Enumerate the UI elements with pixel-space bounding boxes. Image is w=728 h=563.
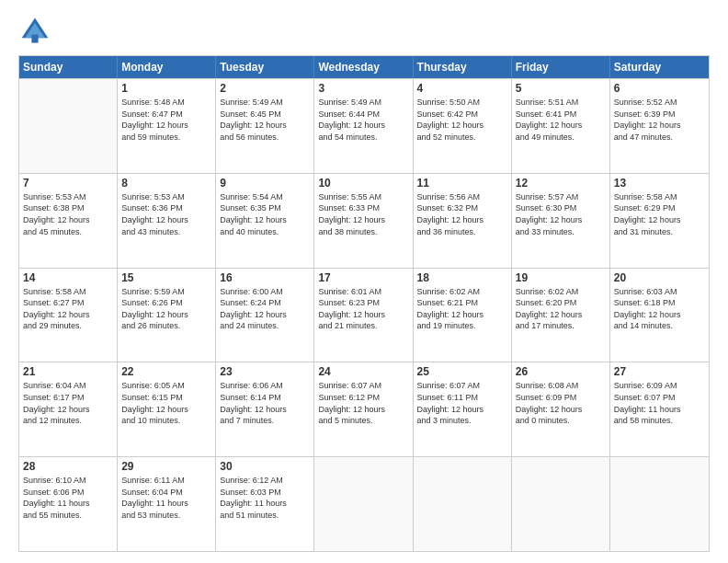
- day-number: 27: [614, 365, 705, 378]
- cell-info-line: Sunrise: 6:00 AM: [220, 286, 310, 298]
- cell-info-line: Sunrise: 6:05 AM: [121, 380, 211, 392]
- cell-info-line: Daylight: 12 hours: [121, 404, 211, 416]
- cell-info-line: Sunrise: 5:48 AM: [121, 97, 211, 109]
- day-number: 7: [23, 177, 113, 190]
- header-day-tuesday: Tuesday: [216, 56, 314, 78]
- cell-info-line: Sunrise: 6:03 AM: [614, 286, 705, 298]
- cell-info-line: and 12 minutes.: [23, 415, 113, 427]
- cell-info-line: Sunrise: 6:12 AM: [220, 475, 310, 487]
- cell-info-line: Sunrise: 5:57 AM: [516, 191, 606, 203]
- cell-info-line: Sunrise: 5:55 AM: [318, 191, 408, 203]
- cell-info-line: Sunset: 6:42 PM: [417, 109, 507, 121]
- cell-info-line: Sunset: 6:03 PM: [220, 487, 310, 499]
- cell-info-line: and 14 minutes.: [614, 320, 705, 332]
- cell-info-line: Sunrise: 6:11 AM: [121, 475, 211, 487]
- cell-info-line: and 17 minutes.: [516, 320, 606, 332]
- cell-info-line: and 40 minutes.: [220, 226, 310, 238]
- cell-info-line: Daylight: 12 hours: [121, 214, 211, 226]
- cell-info-line: Sunrise: 6:07 AM: [417, 380, 507, 392]
- cell-info-line: and 24 minutes.: [220, 320, 310, 332]
- cell-info-line: Daylight: 12 hours: [318, 120, 408, 132]
- cell-info-line: Daylight: 12 hours: [23, 309, 113, 321]
- cell-info-line: and 0 minutes.: [516, 415, 606, 427]
- cell-info-line: Daylight: 12 hours: [121, 309, 211, 321]
- calendar-cell-30: 30Sunrise: 6:12 AMSunset: 6:03 PMDayligh…: [216, 457, 314, 551]
- header-day-friday: Friday: [512, 56, 610, 78]
- cell-info-line: Daylight: 12 hours: [417, 309, 507, 321]
- calendar-cell-25: 25Sunrise: 6:07 AMSunset: 6:11 PMDayligh…: [414, 362, 512, 456]
- cell-info-line: Sunset: 6:47 PM: [121, 109, 211, 121]
- day-number: 4: [417, 82, 507, 95]
- logo-icon: [18, 15, 51, 48]
- cell-info-line: Sunrise: 6:01 AM: [318, 286, 408, 298]
- cell-info-line: and 52 minutes.: [417, 132, 507, 144]
- cell-info-line: Sunset: 6:26 PM: [121, 297, 211, 309]
- cell-info-line: Sunrise: 5:58 AM: [23, 286, 113, 298]
- cell-info-line: and 45 minutes.: [23, 226, 113, 238]
- cell-info-line: Sunset: 6:30 PM: [516, 202, 606, 214]
- cell-info-line: Sunset: 6:29 PM: [614, 202, 705, 214]
- day-number: 3: [318, 82, 408, 95]
- day-number: 1: [121, 82, 211, 95]
- day-number: 12: [516, 177, 606, 190]
- calendar-cell-15: 15Sunrise: 5:59 AMSunset: 6:26 PMDayligh…: [118, 269, 216, 362]
- cell-info-line: Sunrise: 6:06 AM: [220, 380, 310, 392]
- cell-info-line: and 47 minutes.: [614, 132, 705, 144]
- cell-info-line: Sunset: 6:06 PM: [23, 487, 113, 499]
- calendar-cell-8: 8Sunrise: 5:53 AMSunset: 6:36 PMDaylight…: [118, 174, 216, 268]
- cell-info-line: and 49 minutes.: [516, 132, 606, 144]
- cell-info-line: and 19 minutes.: [417, 320, 507, 332]
- day-number: 15: [121, 271, 211, 284]
- day-number: 11: [417, 177, 507, 190]
- day-number: 30: [220, 460, 310, 473]
- cell-info-line: Daylight: 12 hours: [417, 404, 507, 416]
- day-number: 29: [121, 460, 211, 473]
- cell-info-line: and 7 minutes.: [220, 415, 310, 427]
- cell-info-line: and 29 minutes.: [23, 320, 113, 332]
- day-number: 16: [220, 271, 310, 284]
- cell-info-line: Sunset: 6:12 PM: [318, 392, 408, 404]
- cell-info-line: Daylight: 12 hours: [220, 214, 310, 226]
- cell-info-line: and 36 minutes.: [417, 226, 507, 238]
- cell-info-line: Sunset: 6:32 PM: [417, 202, 507, 214]
- calendar-cell-13: 13Sunrise: 5:58 AMSunset: 6:29 PMDayligh…: [610, 174, 709, 268]
- cell-info-line: Daylight: 12 hours: [318, 404, 408, 416]
- day-number: 9: [220, 177, 310, 190]
- cell-info-line: Sunset: 6:23 PM: [318, 297, 408, 309]
- cell-info-line: and 5 minutes.: [318, 415, 408, 427]
- calendar-row-5: 28Sunrise: 6:10 AMSunset: 6:06 PMDayligh…: [19, 456, 709, 551]
- cell-info-line: Daylight: 12 hours: [516, 120, 606, 132]
- day-number: 13: [614, 177, 705, 190]
- cell-info-line: Daylight: 12 hours: [614, 120, 705, 132]
- calendar-row-4: 21Sunrise: 6:04 AMSunset: 6:17 PMDayligh…: [19, 362, 709, 456]
- cell-info-line: Sunset: 6:21 PM: [417, 297, 507, 309]
- cell-info-line: Daylight: 12 hours: [614, 309, 705, 321]
- cell-info-line: Daylight: 12 hours: [23, 214, 113, 226]
- logo: [18, 15, 57, 48]
- cell-info-line: Sunrise: 5:49 AM: [318, 97, 408, 109]
- cell-info-line: Daylight: 12 hours: [417, 120, 507, 132]
- cell-info-line: and 38 minutes.: [318, 226, 408, 238]
- cell-info-line: Sunrise: 5:50 AM: [417, 97, 507, 109]
- cell-info-line: Daylight: 11 hours: [23, 498, 113, 510]
- calendar-cell-16: 16Sunrise: 6:00 AMSunset: 6:24 PMDayligh…: [216, 269, 314, 362]
- cell-info-line: Sunrise: 6:02 AM: [516, 286, 606, 298]
- calendar-cell-2: 2Sunrise: 5:49 AMSunset: 6:45 PMDaylight…: [216, 79, 314, 173]
- cell-info-line: Sunset: 6:04 PM: [121, 487, 211, 499]
- calendar-cell-empty: [414, 457, 512, 551]
- calendar-row-1: 1Sunrise: 5:48 AMSunset: 6:47 PMDaylight…: [19, 78, 709, 173]
- day-number: 26: [516, 365, 606, 378]
- calendar-cell-17: 17Sunrise: 6:01 AMSunset: 6:23 PMDayligh…: [314, 269, 413, 362]
- calendar-row-3: 14Sunrise: 5:58 AMSunset: 6:27 PMDayligh…: [19, 268, 709, 362]
- calendar-cell-empty: [512, 457, 610, 551]
- calendar-cell-28: 28Sunrise: 6:10 AMSunset: 6:06 PMDayligh…: [19, 457, 118, 551]
- calendar-cell-1: 1Sunrise: 5:48 AMSunset: 6:47 PMDaylight…: [118, 79, 216, 173]
- calendar-cell-7: 7Sunrise: 5:53 AMSunset: 6:38 PMDaylight…: [19, 174, 118, 268]
- cell-info-line: Sunrise: 6:10 AM: [23, 475, 113, 487]
- calendar-cell-23: 23Sunrise: 6:06 AMSunset: 6:14 PMDayligh…: [216, 362, 314, 456]
- cell-info-line: and 58 minutes.: [614, 415, 705, 427]
- cell-info-line: Daylight: 12 hours: [220, 309, 310, 321]
- cell-info-line: Sunset: 6:33 PM: [318, 202, 408, 214]
- day-number: 21: [23, 365, 113, 378]
- cell-info-line: Daylight: 12 hours: [318, 309, 408, 321]
